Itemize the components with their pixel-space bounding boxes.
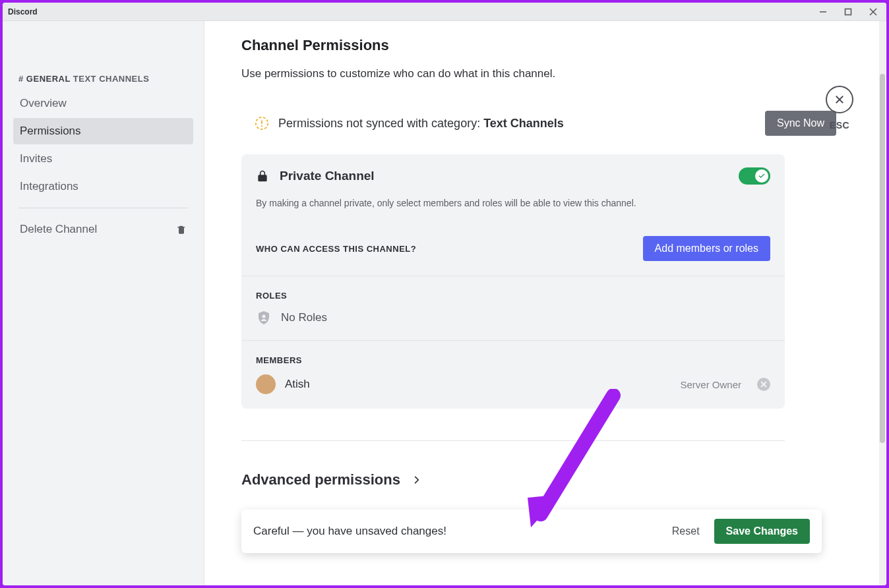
page-subtitle: Use permissions to customize who can do … [241,67,849,80]
svg-rect-1 [845,9,851,15]
trash-icon [176,224,187,235]
sidebar-delete-channel[interactable]: Delete Channel [13,216,193,243]
esc-label: ESC [826,120,853,131]
private-toggle[interactable] [739,167,770,185]
titlebar: Discord [3,3,886,21]
sync-category: Text Channels [483,117,564,130]
scrollbar[interactable] [879,21,886,585]
remove-member-button[interactable] [757,378,770,391]
sidebar-header-rest: TEXT CHANNELS [73,74,150,84]
sidebar-divider [18,208,188,208]
sync-notice: Permissions not synced with category: Te… [241,104,849,154]
private-channel-desc: By making a channel private, only select… [241,198,785,221]
check-icon [758,172,766,180]
advanced-permissions-title: Advanced permissions [241,471,400,488]
sidebar-item-label: Integrations [20,180,78,192]
role-shield-icon [256,310,272,326]
sidebar-item-overview[interactable]: Overview [13,90,193,117]
permissions-panel: Private Channel By making a channel priv… [241,154,785,409]
add-members-roles-button[interactable]: Add members or roles [643,236,770,261]
sync-warning-icon [255,116,269,131]
roles-label: ROLES [241,276,785,310]
section-divider [241,440,785,441]
svg-point-7 [262,315,266,318]
private-channel-title: Private Channel [280,169,375,183]
sidebar-header: # GENERAL TEXT CHANNELS [3,74,204,89]
window-title: Discord [8,7,38,16]
esc-block: ESC [826,86,853,131]
esc-close-button[interactable] [826,86,853,113]
minimize-button[interactable] [815,4,831,20]
avatar [256,374,276,394]
save-changes-button[interactable]: Save Changes [714,519,810,544]
scrollbar-thumb[interactable] [880,74,885,443]
roles-empty-row: No Roles [241,310,785,341]
access-row: WHO CAN ACCESS THIS CHANNEL? Add members… [241,221,785,276]
delete-label: Delete Channel [20,223,97,236]
sidebar-item-label: Invites [20,152,52,165]
maximize-button[interactable] [840,4,856,20]
close-icon [834,94,845,105]
unsaved-text: Careful — you have unsaved changes! [253,525,446,538]
sidebar-item-invites[interactable]: Invites [13,146,193,172]
sidebar-item-integrations[interactable]: Integrations [13,173,193,200]
maximize-icon [844,8,852,16]
app-body: # GENERAL TEXT CHANNELS Overview Permiss… [3,21,886,585]
minimize-icon [819,8,827,16]
sync-text: Permissions not synced with category: Te… [278,117,564,131]
x-icon [760,381,767,388]
sync-prefix: Permissions not synced with category: [278,117,483,130]
member-name: Atish [285,378,310,391]
private-channel-row: Private Channel [241,154,785,198]
member-row: Atish Server Owner [241,374,785,409]
unsaved-changes-bar: Careful — you have unsaved changes! Rese… [241,510,822,553]
app-window: Discord # GENERAL TEXT CHANNELS Overview… [3,3,886,585]
hash-icon: # [18,74,24,84]
svg-point-6 [261,125,262,127]
sidebar-header-bold: GENERAL [26,74,71,84]
lock-icon [256,169,269,183]
close-icon [869,8,877,16]
no-roles-text: No Roles [281,311,327,324]
members-label: MEMBERS [241,341,785,374]
sidebar-item-label: Permissions [20,125,81,137]
sidebar: # GENERAL TEXT CHANNELS Overview Permiss… [3,21,204,585]
page-title: Channel Permissions [241,37,849,54]
advanced-permissions-row[interactable]: Advanced permissions [241,471,785,488]
window-controls [815,4,881,20]
sidebar-item-label: Overview [20,97,67,109]
access-label: WHO CAN ACCESS THIS CHANNEL? [256,244,416,254]
close-button[interactable] [865,4,881,20]
main-content: Channel Permissions Use permissions to c… [204,21,886,585]
toggle-knob [755,169,768,183]
chevron-right-icon [412,475,421,485]
reset-button[interactable]: Reset [663,520,709,543]
sidebar-item-permissions[interactable]: Permissions [13,118,193,144]
member-tag: Server Owner [680,379,741,390]
